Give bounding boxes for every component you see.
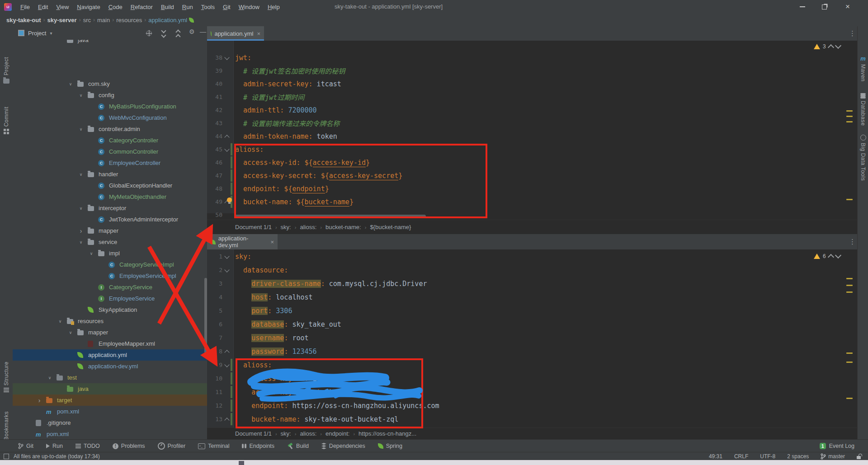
chevron-collapsed-icon[interactable]: › [37,397,42,404]
code-line-3[interactable]: 3 driver-class-name: com.mysql.cj.jdbc.D… [207,277,857,290]
chevron-expanded-icon[interactable]: ∨ [89,251,94,256]
toolwindow-todo[interactable]: TODO [75,443,100,449]
tree-item-employeemapper.xml[interactable]: EmployeeMapper.xml [13,338,207,349]
breadcrumb-item[interactable]: Document 1/1 [235,224,272,230]
code-line-11[interactable]: 11 access-key-secret: keykY [207,385,857,399]
tree-item-employeeservice[interactable]: IEmployeeService [13,293,207,304]
fold-marker-icon[interactable] [224,55,229,60]
toolwindow-endpoints[interactable]: Endpoints [242,443,274,449]
git-branch-widget[interactable]: master [821,453,845,460]
project-panel-title[interactable]: Project [28,30,46,37]
toolwindow-git[interactable]: Git [18,443,33,449]
code-line-9[interactable]: 9 alioss: [207,358,857,371]
menu-help[interactable]: Help [264,4,284,10]
event-log-button[interactable]: 1 Event Log [820,443,854,449]
tree-item-mapper[interactable]: ›mapper [13,225,207,236]
chevron-expanded-icon[interactable]: ∨ [79,172,83,177]
code-line-46[interactable]: 46 access-key-id: ${access-key-id} [207,156,857,169]
tree-item-categoryserviceimpl[interactable]: CCategoryServiceImpl [13,259,207,270]
tree-item-com.sky[interactable]: ∨com.sky [13,78,207,89]
code-line-38[interactable]: 38jwt: [207,51,857,64]
breadcrumb-item[interactable]: ${bucket-name} [370,224,411,230]
file-encoding[interactable]: UTF-8 [760,453,775,460]
locate-file-icon[interactable] [146,30,152,37]
intention-bulb-icon[interactable] [227,197,232,202]
menu-build[interactable]: Build [157,4,178,10]
breadcrumb-src[interactable]: src [83,17,91,23]
chevron-expanded-icon[interactable]: ∨ [47,376,52,380]
fold-marker-icon[interactable] [224,146,229,151]
tab-close-icon[interactable]: × [270,239,274,245]
tree-item-interceptor[interactable]: ∨interceptor [13,202,207,214]
tree-item-controller.admin[interactable]: ∨controller.admin [13,123,207,135]
tree-item-mapper[interactable]: ∨mapper [13,327,207,338]
tree-item-employeecontroller[interactable]: CEmployeeController [13,157,207,169]
chevron-expanded-icon[interactable]: ∨ [79,127,83,132]
tree-item-.gitignore[interactable]: .gitignore [13,417,207,428]
toolwindow-dependencies[interactable]: Dependencies [321,443,365,449]
breadcrumb-item[interactable]: https://oss-cn-hangz... [359,430,416,437]
fold-marker-icon[interactable] [224,267,229,272]
tree-item-jwttokenadmininterceptor[interactable]: CJwtTokenAdminInterceptor [13,214,207,225]
close-button[interactable]: × [837,0,858,14]
code-line-40[interactable]: 40 admin-secret-key: itcast [207,77,857,90]
tree-item-application.yml[interactable]: application.yml [13,349,207,361]
tree-item-application-dev.yml[interactable]: application-dev.yml [13,361,207,372]
tree-item-pom.xml[interactable]: mpom.xml [13,406,207,417]
code-line-10[interactable]: 10 access-key-id: LTAI [207,372,857,385]
toolwindow-problems[interactable]: !Problems [113,443,145,449]
code-line-42[interactable]: 42 admin-ttl: 7200000 [207,103,857,117]
tree-item-skyapplication[interactable]: SkyApplication [13,304,207,315]
fold-marker-icon[interactable] [224,135,229,140]
project-view-dropdown-icon[interactable]: ▾ [50,31,52,36]
tree-item-categorycontroller[interactable]: CCategoryController [13,135,207,146]
fold-marker-icon[interactable] [224,254,229,258]
toolwindow-spring[interactable]: Spring [378,443,402,449]
tab-application-yml[interactable]: application.yml × [207,26,264,41]
tree-item-globalexceptionhandler[interactable]: CGlobalExceptionHandler [13,180,207,191]
panel-settings-icon[interactable]: ⚙ [189,28,195,35]
editor1-options-icon[interactable]: ⋮ [849,29,856,38]
editor2-options-icon[interactable]: ⋮ [849,238,856,246]
code-line-7[interactable]: 7 username: root [207,331,857,344]
breadcrumb-sky-take-out[interactable]: sky-take-out [6,17,41,23]
fold-marker-icon[interactable] [224,418,229,423]
menu-edit[interactable]: Edit [34,4,52,10]
breadcrumb-item[interactable]: endpoint: [326,430,350,437]
code-line-47[interactable]: 47 access-key-secret: ${access-key-secre… [207,169,857,182]
fold-marker-icon[interactable] [224,350,229,355]
menu-window[interactable]: Window [235,4,264,10]
code-line-48[interactable]: 48 endpoint: ${endpoint} [207,182,857,195]
chevron-expanded-icon[interactable]: ∨ [68,330,73,335]
tree-item-java[interactable]: java [13,383,207,395]
breadcrumb-item[interactable]: alioss: [300,224,316,230]
tree-item-categoryservice[interactable]: ICategoryService [13,282,207,293]
sidebar-tool-maven[interactable]: mMaven [858,55,868,82]
tree-item-config[interactable]: ∨config [13,89,207,101]
tree-item-impl[interactable]: ∨impl [13,248,207,259]
code-line-39[interactable]: 39 # 设置jwt签名加密时使用的秘钥 [207,64,857,77]
menu-run[interactable]: Run [178,4,197,10]
breadcrumb-item[interactable]: alioss: [300,430,316,437]
toolwindow-build[interactable]: Build [287,443,309,449]
tree-item-test[interactable]: ∨test [13,372,207,383]
tree-item-mybatisplusconfiguration[interactable]: CMyBatisPlusConfiguration [13,101,207,112]
code-line-41[interactable]: 41 # 设置jwt过期时间 [207,90,857,103]
tree-item-pom.xml[interactable]: mpom.xml [13,428,207,439]
chevron-collapsed-icon[interactable]: › [79,227,83,235]
code-line-43[interactable]: 43 # 设置前端传递过来的令牌名称 [207,117,857,130]
tree-item-java[interactable]: java [13,40,207,46]
sidebar-tool-structure[interactable]: Structure [0,362,13,392]
lock-icon[interactable] [857,456,861,459]
sidebar-tool-commit[interactable]: Commit [0,107,13,134]
menu-git[interactable]: Git [219,4,235,10]
line-ending[interactable]: CRLF [734,453,748,460]
toolwindow-profiler[interactable]: Profiler [158,442,186,450]
code-line-49[interactable]: 49 bucket-name: ${bucket-name} [207,195,857,208]
code-line-45[interactable]: 45alioss: [207,143,857,156]
sidebar-tool-database[interactable]: Database [858,93,868,126]
editor-application-yml[interactable]: 3 38jwt:39 # 设置jwt签名加密时使用的秘钥40 admin-sec… [207,41,857,220]
editor1-inspection-widget[interactable]: 3 [814,43,840,50]
menu-refactor[interactable]: Refactor [127,4,157,10]
minimize-button[interactable] [792,0,813,14]
